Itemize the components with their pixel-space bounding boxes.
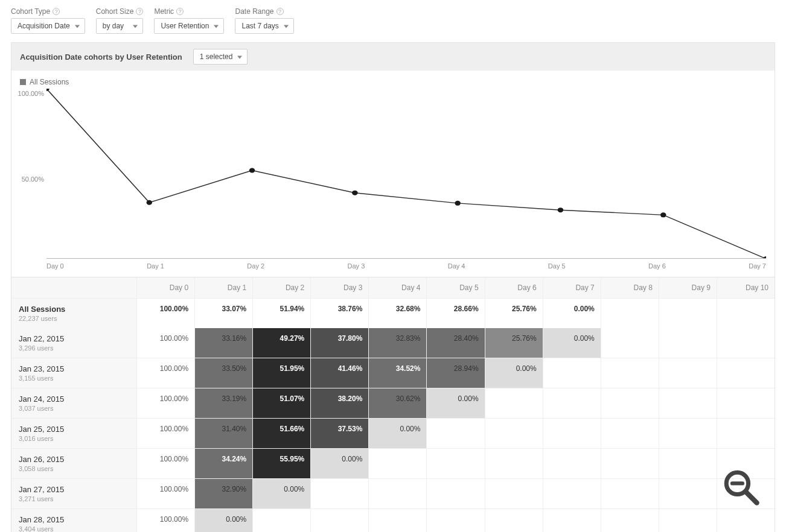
data-cell: 33.50% [195, 358, 253, 388]
row-label: Jan 25, 20153,016 users [11, 419, 137, 448]
data-cell: 51.07% [253, 388, 311, 418]
panel-header: Acquisition Date cohorts by User Retenti… [11, 42, 775, 71]
chart-line [46, 89, 766, 259]
table-row: Jan 28, 20153,404 users100.00%0.00% [11, 508, 775, 532]
data-cell [601, 479, 659, 508]
column-header: Day 4 [369, 277, 427, 298]
column-header: Day 8 [601, 277, 659, 298]
svg-point-4 [455, 201, 461, 206]
column-header: Day 6 [485, 277, 543, 298]
data-cell [427, 479, 485, 508]
data-cell [369, 449, 427, 478]
row-cells: 100.00%33.19%51.07%38.20%30.62%0.00% [137, 388, 775, 418]
data-cell: 31.40% [195, 419, 253, 448]
help-icon[interactable]: ? [53, 8, 60, 15]
cohort-type-dropdown[interactable]: Acquisition Date [11, 18, 85, 34]
help-icon[interactable]: ? [136, 8, 143, 15]
svg-line-10 [746, 492, 756, 502]
data-cell [485, 509, 543, 532]
data-cell: 100.00% [137, 449, 195, 478]
data-cell [717, 388, 775, 418]
data-cell [659, 328, 717, 358]
data-cell: 30.62% [369, 388, 427, 418]
data-cell [659, 449, 717, 478]
date-range-dropdown[interactable]: Last 7 days [235, 18, 293, 34]
row-label: Jan 22, 20153,296 users [11, 328, 137, 358]
svg-point-3 [352, 191, 358, 195]
data-cell: 49.27% [253, 328, 311, 358]
data-cell: 25.76% [485, 328, 543, 358]
table-row: Jan 25, 20153,016 users100.00%31.40%51.6… [11, 418, 775, 448]
x-tick: Day 4 [448, 262, 465, 270]
data-cell: 38.20% [311, 388, 369, 418]
chart-legend: All Sessions [20, 78, 766, 86]
data-cell: 0.00% [543, 328, 601, 358]
control-cohort-type: Cohort Type ? Acquisition Date [11, 7, 85, 34]
y-tick-100: 100.00% [18, 90, 44, 97]
dropdown-value: User Retention [161, 22, 209, 30]
data-cell [427, 419, 485, 448]
column-header: Day 9 [659, 277, 717, 298]
summary-label: All Sessions 22,237 users [11, 299, 137, 328]
label-text: Metric [154, 7, 174, 16]
column-header: Day 10 [717, 277, 775, 298]
row-users: 3,271 users [19, 495, 129, 502]
data-cell [369, 509, 427, 532]
cohort-size-dropdown[interactable]: by day [96, 18, 144, 34]
table-row: Jan 23, 20153,155 users100.00%33.50%51.9… [11, 358, 775, 388]
data-cell: 33.19% [195, 388, 253, 418]
data-cell [717, 328, 775, 358]
control-cohort-size: Cohort Size ? by day [96, 7, 144, 34]
table-header-cells: Day 0Day 1Day 2Day 3Day 4Day 5Day 6Day 7… [137, 277, 775, 298]
table-row: Jan 26, 20153,058 users100.00%34.24%55.9… [11, 448, 775, 478]
row-users: 3,296 users [19, 344, 129, 352]
data-cell [717, 509, 775, 532]
data-cell [253, 509, 311, 532]
metric-dropdown[interactable]: User Retention [154, 18, 224, 34]
summary-cells: 100.00%33.07%51.94%38.76%32.68%28.66%25.… [137, 299, 775, 328]
data-cell: 0.00% [485, 358, 543, 388]
help-icon[interactable]: ? [176, 8, 184, 15]
row-users: 3,016 users [19, 435, 129, 442]
data-cell [601, 449, 659, 478]
data-cell: 100.00% [137, 388, 195, 418]
control-metric: Metric ? User Retention [154, 7, 224, 34]
data-cell [601, 509, 659, 532]
row-cells: 100.00%31.40%51.66%37.53%0.00% [137, 419, 775, 448]
row-cells: 100.00%32.90%0.00% [137, 479, 775, 508]
dropdown-value: Last 7 days [241, 22, 278, 30]
row-cells: 100.00%34.24%55.95%0.00% [137, 449, 775, 478]
series-selector-dropdown[interactable]: 1 selected [193, 49, 248, 65]
x-tick: Day 5 [548, 262, 566, 270]
column-header: Day 5 [427, 277, 485, 298]
x-axis-line [46, 258, 766, 259]
x-tick: Day 6 [648, 262, 666, 270]
data-cell: 37.80% [311, 328, 369, 358]
data-cell: 33.16% [195, 328, 253, 358]
zoom-out-icon[interactable] [720, 466, 762, 508]
summary-primary: All Sessions [19, 305, 129, 314]
data-cell: 100.00% [137, 509, 195, 532]
help-icon[interactable]: ? [276, 8, 284, 15]
chevron-down-icon [75, 25, 80, 28]
summary-cell: 100.00% [137, 299, 195, 328]
row-label: Jan 26, 20153,058 users [11, 449, 137, 478]
row-cells: 100.00%0.00% [137, 509, 775, 532]
chevron-down-icon [284, 25, 289, 28]
control-label: Metric ? [154, 7, 224, 16]
chart-points [46, 89, 766, 259]
row-date: Jan 22, 2015 [19, 334, 129, 343]
data-cell: 28.94% [427, 358, 485, 388]
data-cell: 100.00% [137, 328, 195, 358]
data-cell [485, 388, 543, 418]
table-corner [11, 277, 137, 298]
summary-cell: 0.00% [543, 299, 601, 328]
row-date: Jan 25, 2015 [19, 425, 129, 434]
data-cell [311, 509, 369, 532]
summary-cell: 32.68% [369, 299, 427, 328]
data-cell: 32.83% [369, 328, 427, 358]
data-cell [601, 419, 659, 448]
y-tick-50: 50.00% [22, 176, 44, 183]
summary-cell: 25.76% [485, 299, 543, 328]
summary-cell: 33.07% [195, 299, 253, 328]
